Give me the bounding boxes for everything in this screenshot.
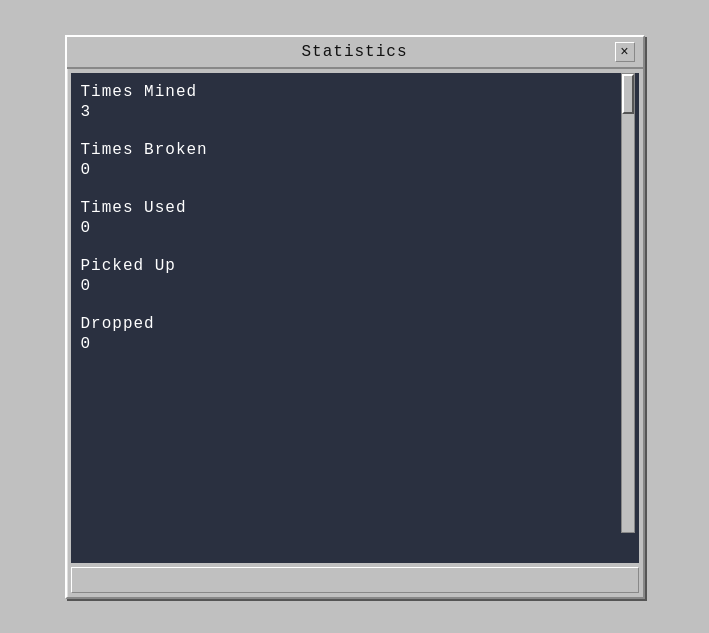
- stat-value: 0: [81, 161, 613, 179]
- window-title: Statistics: [301, 43, 407, 61]
- scroll-area: Times Mined3Times Broken0Times Used0Pick…: [81, 83, 629, 553]
- stat-label: Picked Up: [81, 257, 613, 275]
- scrollbar-thumb[interactable]: [622, 74, 634, 114]
- stat-value: 3: [81, 103, 613, 121]
- stat-item: Dropped0: [81, 315, 613, 353]
- stat-value: 0: [81, 219, 613, 237]
- window-body: Times Mined3Times Broken0Times Used0Pick…: [71, 73, 639, 563]
- scrollbar[interactable]: [621, 73, 635, 533]
- stat-label: Times Broken: [81, 141, 613, 159]
- close-button[interactable]: ×: [615, 42, 635, 62]
- statistics-window: Statistics × Times Mined3Times Broken0Ti…: [65, 35, 645, 599]
- stat-value: 0: [81, 335, 613, 353]
- stat-value: 0: [81, 277, 613, 295]
- stat-item: Picked Up0: [81, 257, 613, 295]
- stat-label: Dropped: [81, 315, 613, 333]
- bottom-bar: [71, 567, 639, 593]
- stat-item: Times Mined3: [81, 83, 613, 121]
- title-bar: Statistics ×: [67, 37, 643, 69]
- stat-item: Times Used0: [81, 199, 613, 237]
- stat-item: Times Broken0: [81, 141, 613, 179]
- stat-label: Times Mined: [81, 83, 613, 101]
- stat-label: Times Used: [81, 199, 613, 217]
